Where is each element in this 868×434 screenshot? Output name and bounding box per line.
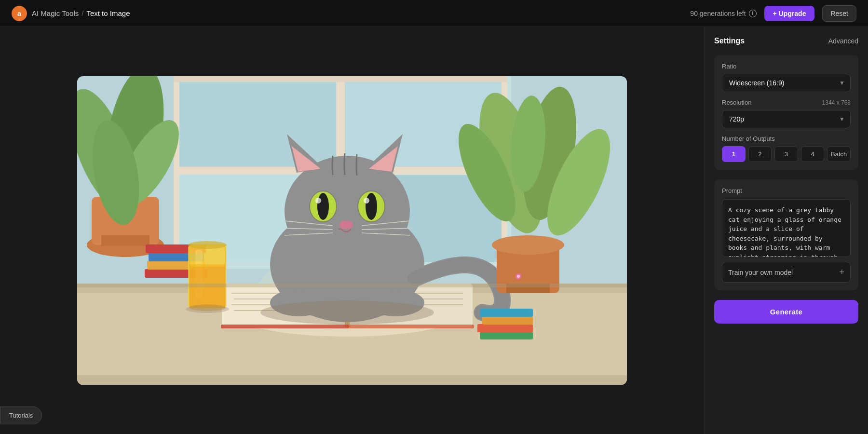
info-icon[interactable]: i	[749, 10, 757, 17]
breadcrumb-separator: /	[81, 9, 83, 17]
svg-point-54	[315, 198, 321, 203]
avatar: a	[12, 6, 27, 21]
resolution-select-wrapper: 720p 1080p 4K ▼	[722, 110, 851, 128]
svg-point-71	[492, 235, 564, 255]
svg-rect-81	[77, 284, 627, 287]
output-btn-batch[interactable]: Batch	[827, 146, 851, 162]
svg-rect-17	[101, 235, 149, 246]
svg-rect-77	[480, 332, 533, 339]
generations-left-text: 90 generations left	[690, 10, 746, 17]
train-model-label: Train your own model	[728, 269, 793, 276]
generations-info: 90 generations left i	[690, 10, 756, 17]
svg-rect-37	[221, 325, 349, 328]
ratio-select-wrapper: Widescreen (16:9) Square (1:1) Portrait …	[722, 74, 851, 92]
settings-header: Settings Advanced	[714, 37, 858, 45]
cat-scene-svg	[77, 76, 627, 385]
output-btn-3[interactable]: 3	[774, 146, 798, 162]
generated-image-container	[77, 76, 627, 385]
svg-rect-78	[477, 324, 533, 332]
breadcrumb: AI Magic Tools / Text to Image	[32, 9, 130, 17]
prompt-section: Prompt A cozy scene of a grey tabby cat …	[714, 179, 858, 290]
breadcrumb-parent: AI Magic Tools	[32, 9, 79, 17]
topbar-left: a AI Magic Tools / Text to Image	[12, 6, 130, 21]
ratio-label: Ratio	[722, 63, 851, 70]
advanced-link[interactable]: Advanced	[828, 37, 858, 45]
output-btn-4[interactable]: 4	[801, 146, 825, 162]
topbar-right: 90 generations left i + Upgrade Reset	[690, 5, 856, 22]
svg-point-47	[285, 156, 410, 267]
svg-point-53	[317, 193, 329, 220]
svg-point-44	[188, 241, 227, 249]
resolution-select[interactable]: 720p 1080p 4K	[722, 110, 851, 128]
resolution-display: 1344 x 768	[822, 99, 851, 106]
svg-rect-80	[480, 309, 533, 317]
svg-point-83	[260, 300, 434, 325]
svg-rect-10	[174, 76, 507, 82]
ratio-group: Ratio Widescreen (16:9) Square (1:1) Por…	[722, 63, 851, 92]
outputs-label: Number of Outputs	[722, 135, 851, 142]
tutorials-button[interactable]: Tutorials	[0, 407, 42, 424]
main-content: Settings Advanced Ratio Widescreen (16:9…	[0, 27, 868, 434]
svg-point-82	[186, 305, 229, 313]
output-btn-2[interactable]: 2	[748, 146, 772, 162]
settings-panel: Settings Advanced Ratio Widescreen (16:9…	[704, 27, 868, 434]
svg-rect-38	[346, 325, 474, 328]
outputs-buttons: 1 2 3 4 Batch	[722, 146, 851, 162]
image-area	[0, 27, 704, 434]
svg-point-57	[364, 198, 369, 203]
prompt-title: Prompt	[722, 187, 851, 194]
settings-title: Settings	[714, 37, 745, 45]
svg-rect-14	[77, 375, 627, 385]
resolution-group: Resolution 1344 x 768 720p 1080p 4K ▼	[722, 99, 851, 128]
train-model-row[interactable]: Train your own model +	[722, 262, 851, 283]
train-model-plus-icon: +	[839, 267, 844, 277]
generate-button[interactable]: Generate	[714, 300, 858, 324]
settings-section: Ratio Widescreen (16:9) Square (1:1) Por…	[714, 55, 858, 170]
svg-point-85	[517, 275, 520, 278]
svg-point-60	[339, 220, 353, 229]
outputs-group: Number of Outputs 1 2 3 4 Batch	[722, 135, 851, 162]
resolution-label: Resolution	[722, 99, 751, 106]
svg-rect-79	[482, 316, 533, 325]
svg-rect-2	[178, 81, 338, 168]
ratio-select[interactable]: Widescreen (16:9) Square (1:1) Portrait …	[722, 74, 851, 92]
upgrade-button[interactable]: + Upgrade	[764, 6, 815, 21]
output-btn-1[interactable]: 1	[722, 146, 746, 162]
topbar: a AI Magic Tools / Text to Image 90 gene…	[0, 0, 868, 27]
svg-point-56	[366, 193, 377, 220]
breadcrumb-current: Text to Image	[86, 9, 130, 17]
reset-button[interactable]: Reset	[822, 5, 856, 22]
resolution-label-row: Resolution 1344 x 768	[722, 99, 851, 106]
prompt-textarea[interactable]: A cozy scene of a grey tabby cat enjoyin…	[722, 199, 851, 257]
